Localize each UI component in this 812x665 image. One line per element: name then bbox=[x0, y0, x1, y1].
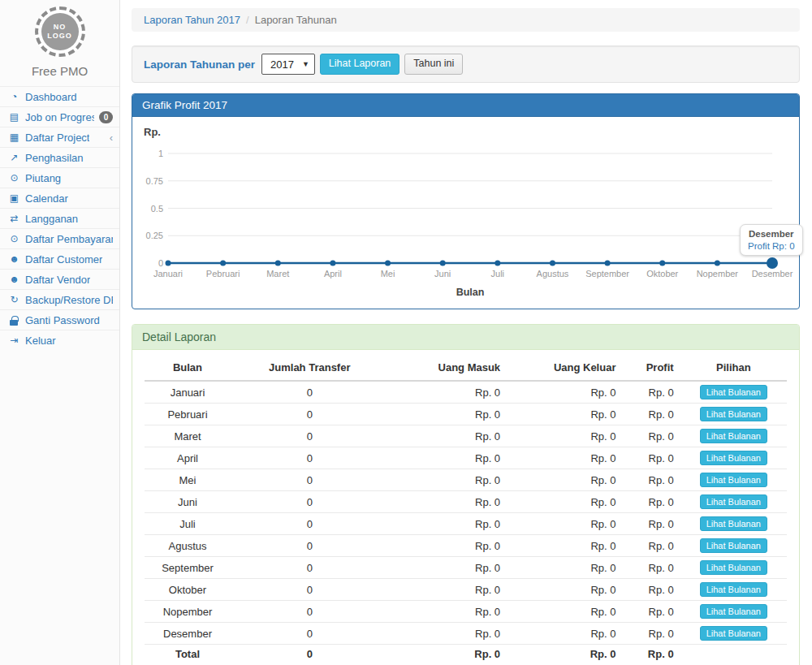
cell-jumlah-transfer: 0 bbox=[231, 579, 389, 601]
sidebar-item-dashboard[interactable]: ◔Dashboard bbox=[0, 87, 119, 106]
exchange-icon: ⇄ bbox=[8, 213, 20, 224]
lihat-bulanan-button[interactable]: Lihat Bulanan bbox=[700, 604, 767, 619]
lihat-bulanan-button[interactable]: Lihat Bulanan bbox=[700, 451, 767, 465]
cell-uang-masuk: Rp. 0 bbox=[389, 447, 508, 469]
data-point-agustus bbox=[550, 261, 555, 266]
sidebar-item-daftar-pembayaran[interactable]: ⊙Daftar Pembayaran bbox=[0, 229, 119, 248]
lock-icon bbox=[8, 315, 20, 326]
breadcrumb-link[interactable]: Laporan Tahun 2017 bbox=[144, 14, 240, 26]
x-tick-label: Maret bbox=[266, 269, 289, 279]
sidebar-item-label: Daftar Vendor bbox=[25, 274, 90, 286]
cell-uang-keluar: Rp. 0 bbox=[507, 381, 622, 404]
detail-report-panel: Detail Laporan BulanJumlah TransferUang … bbox=[132, 324, 800, 665]
year-select-value: 2017 bbox=[270, 58, 294, 71]
x-tick-label: Nopember bbox=[697, 269, 739, 279]
sidebar-menu-item: ☻Daftar Vendor bbox=[0, 269, 119, 289]
data-point-juni bbox=[440, 261, 446, 266]
cell-jumlah-transfer: 0 bbox=[231, 601, 389, 623]
cell-uang-masuk: Rp. 0 bbox=[389, 623, 508, 645]
lihat-bulanan-button[interactable]: Lihat Bulanan bbox=[700, 429, 767, 443]
cell-profit: Rp. 0 bbox=[622, 601, 680, 623]
lihat-bulanan-button[interactable]: Lihat Bulanan bbox=[700, 407, 767, 421]
lihat-bulanan-button[interactable]: Lihat Bulanan bbox=[700, 516, 767, 531]
x-tick-label: Januari bbox=[153, 269, 183, 279]
logo-text-line2: LOGO bbox=[47, 32, 72, 41]
cell-pilihan: Lihat Bulanan bbox=[680, 601, 787, 623]
profit-chart-panel: Grafik Profit 2017 Rp. 00.250.50.751Janu… bbox=[132, 93, 800, 309]
sidebar-item-penghasilan[interactable]: ↗Penghasilan bbox=[0, 148, 119, 167]
table-row: Oktober0Rp. 0Rp. 0Rp. 0Lihat Bulanan bbox=[145, 579, 787, 601]
lihat-bulanan-button[interactable]: Lihat Bulanan bbox=[700, 473, 767, 487]
cell-jumlah-transfer: 0 bbox=[231, 469, 389, 491]
sidebar-item-ganti-password[interactable]: Ganti Password bbox=[0, 310, 119, 330]
cell-uang-masuk: Rp. 0 bbox=[389, 381, 508, 404]
cell-profit: Rp. 0 bbox=[622, 645, 680, 664]
cell-uang-masuk: Rp. 0 bbox=[389, 601, 508, 623]
sidebar-item-langganan[interactable]: ⇄Langganan bbox=[0, 209, 119, 228]
lihat-laporan-button[interactable]: Lihat Laporan bbox=[320, 54, 400, 75]
sidebar-item-keluar[interactable]: ⇥Keluar bbox=[0, 330, 119, 350]
sidebar-item-label: Daftar Project bbox=[25, 132, 89, 144]
sidebar-item-daftar-vendor[interactable]: ☻Daftar Vendor bbox=[0, 270, 119, 289]
cell-bulan: Total bbox=[145, 645, 231, 664]
sidebar-item-job-on-progress[interactable]: ▤Job on Progress0 bbox=[0, 107, 119, 127]
table-row: Maret0Rp. 0Rp. 0Rp. 0Lihat Bulanan bbox=[145, 425, 787, 447]
lihat-bulanan-button[interactable]: Lihat Bulanan bbox=[700, 494, 767, 509]
sidebar-item-backup-restore-db[interactable]: ↻Backup/Restore DB bbox=[0, 290, 119, 309]
chart-panel-title: Grafik Profit 2017 bbox=[132, 94, 799, 117]
cell-jumlah-transfer: 0 bbox=[231, 491, 389, 513]
cell-pilihan: Lihat Bulanan bbox=[680, 579, 787, 601]
y-tick-label: 0 bbox=[158, 258, 163, 268]
lihat-bulanan-button[interactable]: Lihat Bulanan bbox=[700, 538, 767, 553]
sidebar-menu-item: ▦Daftar Project‹ bbox=[0, 127, 119, 147]
cell-uang-keluar: Rp. 0 bbox=[507, 601, 622, 623]
breadcrumb-separator: / bbox=[246, 14, 249, 26]
sidebar-item-calendar[interactable]: ▣Calendar bbox=[0, 188, 119, 208]
sidebar-item-piutang[interactable]: ⊙Piutang bbox=[0, 168, 119, 188]
data-point-desember bbox=[767, 257, 778, 269]
y-tick-label: 1 bbox=[158, 149, 163, 158]
cell-profit: Rp. 0 bbox=[622, 447, 680, 469]
table-row: Agustus0Rp. 0Rp. 0Rp. 0Lihat Bulanan bbox=[145, 535, 787, 557]
logo-text-line1: NO bbox=[54, 23, 67, 32]
sidebar-menu-item: ⊙Daftar Pembayaran bbox=[0, 228, 119, 248]
lihat-bulanan-button[interactable]: Lihat Bulanan bbox=[700, 385, 767, 399]
table-row: Juni0Rp. 0Rp. 0Rp. 0Lihat Bulanan bbox=[145, 491, 787, 513]
cell-profit: Rp. 0 bbox=[622, 491, 680, 513]
table-header-cell: Profit bbox=[622, 355, 680, 381]
sidebar-menu-item: ☻Daftar Customer bbox=[0, 248, 119, 269]
sidebar-menu-item: Ganti Password bbox=[0, 309, 119, 330]
logo-area: NO LOGO Free PMO bbox=[0, 0, 119, 86]
lihat-bulanan-button[interactable]: Lihat Bulanan bbox=[700, 582, 767, 597]
cell-bulan: Juni bbox=[145, 491, 231, 513]
cell-pilihan: Lihat Bulanan bbox=[680, 425, 787, 447]
cell-jumlah-transfer: 0 bbox=[231, 513, 389, 535]
cell-bulan: Desember bbox=[145, 623, 231, 645]
detail-panel-body: BulanJumlah TransferUang MasukUang Kelua… bbox=[132, 350, 799, 665]
table-row: Desember0Rp. 0Rp. 0Rp. 0Lihat Bulanan bbox=[145, 623, 787, 645]
chart-x-axis-label: Bulan bbox=[456, 287, 485, 298]
year-select[interactable]: 2017 ▼ bbox=[261, 54, 315, 75]
sidebar-menu-item: ⊙Piutang bbox=[0, 167, 119, 188]
sidebar-menu-item: ▤Job on Progress0 bbox=[0, 106, 119, 127]
cell-pilihan: Lihat Bulanan bbox=[680, 404, 787, 425]
lihat-bulanan-button[interactable]: Lihat Bulanan bbox=[700, 560, 767, 575]
sidebar-menu-item: ↗Penghasilan bbox=[0, 147, 119, 167]
sidebar-item-daftar-customer[interactable]: ☻Daftar Customer bbox=[0, 249, 119, 269]
data-point-september bbox=[605, 261, 611, 266]
lihat-bulanan-button[interactable]: Lihat Bulanan bbox=[700, 626, 767, 641]
tahun-ini-button[interactable]: Tahun ini bbox=[404, 54, 463, 75]
cell-uang-keluar: Rp. 0 bbox=[507, 579, 622, 601]
sidebar-menu-item: ↻Backup/Restore DB bbox=[0, 289, 119, 309]
sign-out-icon: ⇥ bbox=[8, 335, 20, 346]
filter-label: Laporan Tahunan per bbox=[144, 58, 255, 71]
cell-profit: Rp. 0 bbox=[622, 381, 680, 404]
sidebar-item-daftar-project[interactable]: ▦Daftar Project‹ bbox=[0, 127, 119, 147]
data-point-nopember bbox=[715, 261, 720, 266]
table-header-cell: Uang Masuk bbox=[389, 355, 508, 381]
data-point-april bbox=[330, 261, 335, 266]
x-tick-label: Pebruari bbox=[206, 269, 240, 279]
x-tick-label: Juli bbox=[491, 269, 505, 279]
cell-uang-keluar: Rp. 0 bbox=[507, 425, 622, 447]
main-content: Laporan Tahun 2017/Laporan Tahunan Lapor… bbox=[120, 0, 812, 665]
